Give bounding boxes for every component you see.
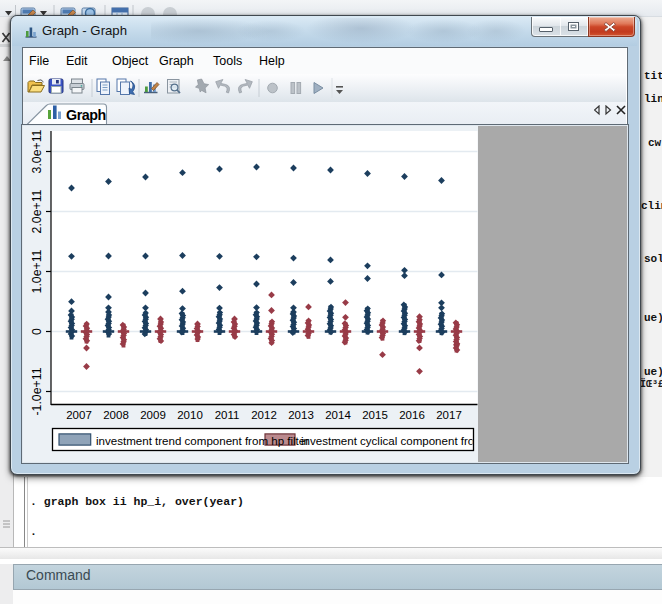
svg-text:Graph: Graph [66, 107, 106, 123]
svg-text:2009: 2009 [140, 409, 166, 421]
svg-text:2011: 2011 [215, 409, 240, 421]
svg-text:2015: 2015 [362, 409, 388, 421]
svg-text:2016: 2016 [399, 409, 425, 421]
svg-text:2014: 2014 [325, 409, 351, 421]
svg-text:2017: 2017 [436, 409, 462, 421]
svg-text:investment cyclical component: investment cyclical component from [301, 435, 478, 447]
svg-text:2013: 2013 [288, 409, 314, 421]
svg-text:2008: 2008 [103, 409, 129, 421]
svg-text:investment trend component fro: investment trend component from hp filte… [96, 435, 309, 447]
svg-text:2012: 2012 [251, 409, 277, 421]
svg-text:2007: 2007 [66, 409, 92, 421]
svg-text:2.0e+11: 2.0e+11 [30, 189, 44, 233]
svg-text:2010: 2010 [177, 409, 203, 421]
svg-text:0: 0 [30, 328, 44, 335]
svg-text:1.0e+11: 1.0e+11 [30, 249, 44, 293]
svg-text:-1.0e+11: -1.0e+11 [30, 367, 44, 415]
svg-text:3.0e+11: 3.0e+11 [30, 129, 44, 173]
